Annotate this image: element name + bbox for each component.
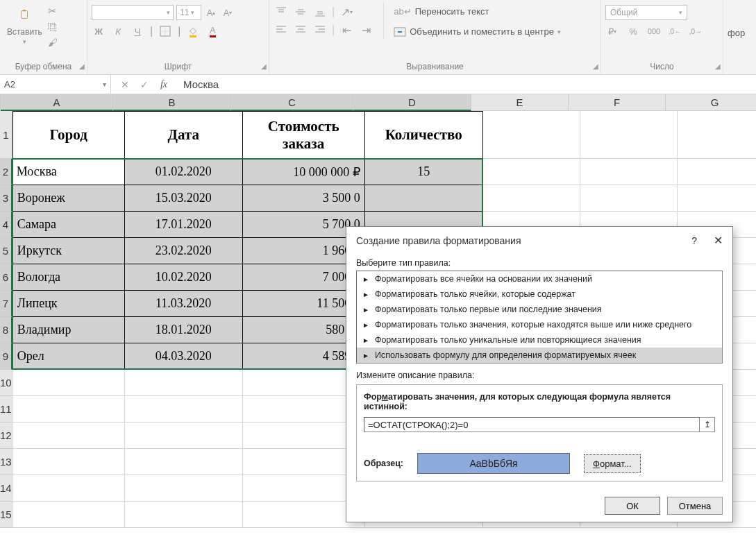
font-launcher-icon[interactable]: ◢ [261,62,267,70]
underline-button[interactable]: Ч [131,24,144,38]
cell[interactable]: Вологда [12,264,125,291]
cell[interactable] [483,185,580,212]
cell[interactable] [125,502,243,528]
decrease-font-icon[interactable]: A▾ [221,6,235,19]
cancel-button[interactable]: Отмена [667,497,723,515]
name-box-input[interactable] [4,79,103,89]
column-header[interactable]: D [353,94,471,111]
font-name-combo[interactable]: ▾ [92,5,174,20]
rule-type-item[interactable]: ►Использовать формулу для определения фо… [357,348,722,363]
column-header[interactable]: C [231,94,353,111]
cell[interactable] [580,185,678,212]
cell[interactable] [678,111,756,159]
borders-button[interactable] [158,24,172,38]
cell[interactable]: 23.02.2020 [125,238,243,264]
italic-button[interactable]: К [111,24,125,38]
cell[interactable] [12,475,125,502]
row-header[interactable]: 15 [0,502,12,528]
format-painter-icon[interactable]: 🖌 [48,37,58,48]
row-header[interactable]: 9 [0,343,12,370]
align-right-icon[interactable] [312,23,328,37]
increase-decimal-icon[interactable]: ,0← [668,24,682,38]
align-bottom-icon[interactable] [312,5,328,19]
row-header[interactable]: 13 [0,449,12,475]
row-header[interactable]: 7 [0,291,12,317]
merge-center-button[interactable]: Объединить и поместить в центре ▾ [391,25,564,38]
align-top-icon[interactable] [274,5,289,19]
format-button[interactable]: Формат... [584,454,641,473]
align-center-icon[interactable] [293,23,308,37]
paste-button[interactable]: Вставить ▾ [4,2,45,46]
row-header[interactable]: 6 [0,264,12,291]
cell[interactable] [125,475,243,502]
font-color-button[interactable]: A [205,24,219,38]
cell[interactable] [580,111,678,159]
row-header[interactable]: 11 [0,396,12,422]
cell[interactable] [483,111,580,159]
align-left-icon[interactable] [274,23,289,37]
cell[interactable]: 10.02.2020 [125,264,243,291]
clipboard-launcher-icon[interactable]: ◢ [79,62,85,70]
cell[interactable] [12,502,125,528]
dialog-titlebar[interactable]: Создание правила форматирования ? ✕ [346,227,732,251]
fx-icon[interactable]: fx [154,79,174,90]
copy-icon[interactable]: ⿻ [48,22,58,33]
row-header[interactable]: 12 [0,422,12,449]
row-header[interactable]: 4 [0,212,12,238]
help-icon[interactable]: ? [691,235,697,246]
cancel-formula-icon[interactable]: ✕ [115,79,135,90]
rule-type-item[interactable]: ►Форматировать только ячейки, которые со… [357,287,722,302]
rule-type-item[interactable]: ►Форматировать только уникальные или пов… [357,332,722,348]
chevron-down-icon[interactable]: ▾ [103,80,106,88]
column-header[interactable]: F [569,94,666,111]
cell[interactable] [12,449,125,475]
cell[interactable] [678,159,756,185]
rule-type-list[interactable]: ►Форматировать все ячейки на основании и… [356,271,723,364]
rule-type-item[interactable]: ►Форматировать только первые или последн… [357,302,722,317]
cell[interactable]: Стоимость заказа [243,111,365,159]
cell[interactable] [125,370,243,396]
cell[interactable]: Орел [12,343,125,370]
rule-type-item[interactable]: ►Форматировать все ячейки на основании и… [357,271,722,287]
cell[interactable]: 10 000 000 ₽ [243,159,365,185]
fill-color-button[interactable]: ◇ [186,24,200,38]
cut-icon[interactable]: ✂ [48,5,58,17]
cell[interactable] [12,396,125,422]
column-header[interactable]: A [1,94,113,111]
cell[interactable]: Город [12,111,125,159]
cell[interactable] [483,159,580,185]
column-header[interactable]: E [471,94,569,111]
decrease-indent-icon[interactable]: ⇤ [339,23,354,37]
cell[interactable]: Иркутск [12,238,125,264]
cell[interactable] [125,422,243,449]
enter-formula-icon[interactable]: ✓ [135,79,154,90]
accounting-format-icon[interactable]: ₽▾ [605,24,619,38]
cell[interactable] [365,185,483,212]
cell[interactable]: Воронеж [12,185,125,212]
cell[interactable] [125,396,243,422]
cell[interactable] [12,370,125,396]
select-all-corner[interactable] [0,94,1,111]
bold-button[interactable]: Ж [92,24,106,38]
number-format-combo[interactable]: Общий▾ [605,5,687,20]
cell[interactable]: 18.01.2020 [125,317,243,343]
rule-type-item[interactable]: ►Форматировать только значения, которые … [357,317,722,332]
alignment-launcher-icon[interactable]: ◢ [593,62,598,70]
cell[interactable] [12,422,125,449]
cell[interactable]: 15 [365,159,483,185]
cell[interactable]: 04.03.2020 [125,343,243,370]
column-header[interactable]: B [113,94,231,111]
row-header[interactable]: 8 [0,317,12,343]
cell[interactable]: Москва [12,159,125,185]
cell[interactable] [580,159,678,185]
decrease-decimal-icon[interactable]: ,0→ [689,24,703,38]
wrap-text-button[interactable]: ab↵ Переносить текст [391,5,564,18]
percent-format-icon[interactable]: % [626,24,640,38]
font-size-combo[interactable]: 11▾ [176,5,201,20]
row-header[interactable]: 3 [0,185,12,212]
cell[interactable]: 17.01.2020 [125,212,243,238]
align-middle-icon[interactable] [293,5,308,19]
cell[interactable] [125,449,243,475]
cell[interactable]: Самара [12,212,125,238]
comma-format-icon[interactable]: 000 [647,24,661,38]
